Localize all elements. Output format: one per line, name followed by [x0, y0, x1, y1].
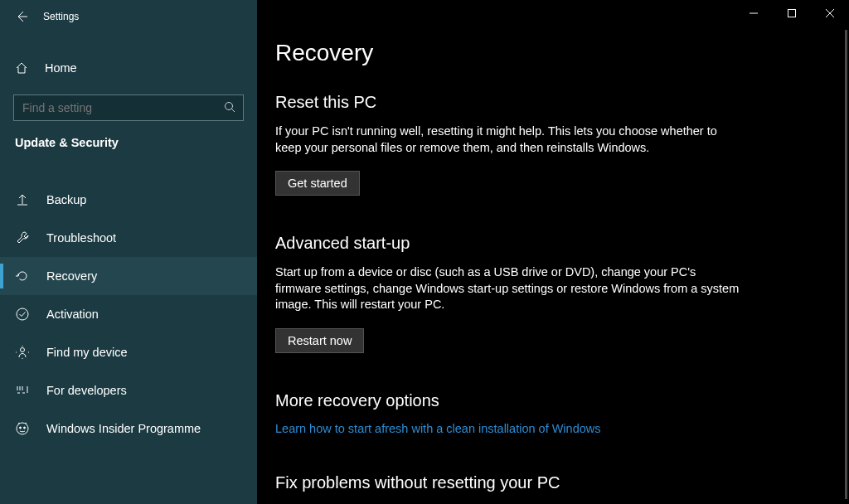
minimize-button[interactable]: [735, 0, 773, 27]
section-title: Reset this PC: [275, 93, 740, 112]
window-controls: [257, 0, 849, 27]
nav-list: Backup Troubleshoot Recovery Activation …: [0, 181, 257, 448]
nav-item-troubleshoot[interactable]: Troubleshoot: [0, 219, 257, 257]
section-body: Start up from a device or disc (such as …: [275, 264, 740, 313]
nav-item-label: Windows Insider Programme: [46, 422, 201, 435]
content-area: Recovery Reset this PC If your PC isn't …: [257, 0, 849, 504]
close-button[interactable]: [811, 0, 849, 27]
get-started-button[interactable]: Get started: [275, 171, 360, 196]
svg-rect-6: [788, 10, 796, 17]
troubleshoot-icon: [15, 230, 30, 245]
page-content: Recovery Reset this PC If your PC isn't …: [257, 0, 849, 504]
restart-now-button[interactable]: Restart now: [275, 328, 364, 353]
section-title: More recovery options: [275, 391, 740, 410]
nav-item-recovery[interactable]: Recovery: [0, 257, 257, 295]
nav-item-backup[interactable]: Backup: [0, 181, 257, 219]
nav-item-label: Activation: [46, 308, 99, 321]
insider-icon: [15, 421, 30, 436]
svg-point-0: [226, 103, 233, 110]
developers-icon: [15, 383, 30, 398]
section-advanced-startup: Advanced start-up Start up from a device…: [275, 234, 740, 353]
svg-point-1: [17, 308, 28, 320]
section-fix-problems: Fix problems without resetting your PC: [275, 473, 740, 492]
scrollbar[interactable]: [845, 30, 847, 499]
nav-item-label: Troubleshoot: [46, 231, 116, 245]
sidebar: Settings Home Update & Security Backup T…: [0, 0, 257, 504]
svg-point-4: [20, 427, 22, 429]
clean-install-link[interactable]: Learn how to start afresh with a clean i…: [275, 422, 740, 435]
search-wrap: [13, 94, 244, 121]
home-icon: [15, 61, 28, 75]
search-input[interactable]: [13, 94, 244, 121]
nav-item-label: Recovery: [46, 269, 97, 283]
section-title: Fix problems without resetting your PC: [275, 473, 740, 492]
window-title: Settings: [43, 11, 79, 22]
svg-point-5: [24, 427, 26, 429]
nav-item-insider[interactable]: Windows Insider Programme: [0, 410, 257, 448]
category-heading: Update & Security: [0, 136, 257, 156]
nav-item-label: Backup: [46, 193, 86, 206]
svg-point-3: [17, 423, 28, 434]
maximize-button[interactable]: [773, 0, 811, 27]
backup-icon: [15, 192, 30, 207]
titlebar-left: Settings: [0, 0, 257, 33]
nav-item-label: For developers: [46, 384, 127, 397]
section-more-recovery: More recovery options Learn how to start…: [275, 391, 740, 435]
back-icon[interactable]: [15, 10, 28, 23]
search-icon: [224, 101, 235, 113]
nav-home[interactable]: Home: [0, 51, 257, 85]
activation-icon: [15, 307, 30, 322]
section-reset: Reset this PC If your PC isn't running w…: [275, 93, 740, 196]
page-title: Recovery: [275, 40, 849, 66]
nav-item-label: Find my device: [46, 346, 128, 359]
nav-home-label: Home: [45, 61, 77, 75]
nav-item-activation[interactable]: Activation: [0, 295, 257, 333]
find-device-icon: [15, 345, 30, 360]
nav-item-find-my-device[interactable]: Find my device: [0, 333, 257, 371]
section-body: If your PC isn't running well, resetting…: [275, 124, 740, 156]
svg-point-2: [21, 348, 25, 352]
nav-item-for-developers[interactable]: For developers: [0, 371, 257, 410]
section-title: Advanced start-up: [275, 234, 740, 253]
recovery-icon: [15, 269, 30, 284]
